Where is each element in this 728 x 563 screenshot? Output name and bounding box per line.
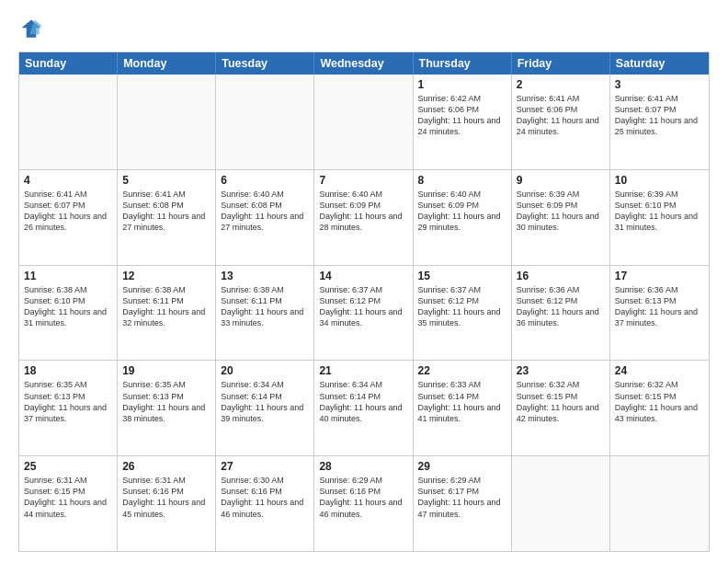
calendar-cell: 22Sunrise: 6:33 AM Sunset: 6:14 PM Dayli… (414, 361, 512, 455)
calendar-cell: 26Sunrise: 6:31 AM Sunset: 6:16 PM Dayli… (118, 456, 216, 551)
day-info: Sunrise: 6:40 AM Sunset: 6:09 PM Dayligh… (418, 189, 506, 234)
calendar-row-0: 1Sunrise: 6:42 AM Sunset: 6:06 PM Daylig… (19, 75, 709, 170)
day-number: 10 (615, 174, 704, 187)
calendar-cell (19, 75, 118, 169)
day-info: Sunrise: 6:41 AM Sunset: 6:06 PM Dayligh… (517, 93, 605, 138)
calendar-cell: 13Sunrise: 6:38 AM Sunset: 6:11 PM Dayli… (216, 266, 314, 361)
day-info: Sunrise: 6:37 AM Sunset: 6:12 PM Dayligh… (319, 284, 407, 329)
calendar-cell: 8Sunrise: 6:40 AM Sunset: 6:09 PM Daylig… (414, 170, 512, 265)
calendar-cell: 23Sunrise: 6:32 AM Sunset: 6:15 PM Dayli… (512, 361, 610, 455)
day-number: 23 (517, 364, 605, 377)
day-info: Sunrise: 6:41 AM Sunset: 6:07 PM Dayligh… (615, 93, 704, 138)
day-number: 8 (418, 174, 506, 187)
calendar-cell: 16Sunrise: 6:36 AM Sunset: 6:12 PM Dayli… (512, 266, 610, 361)
day-number: 26 (122, 460, 210, 473)
day-number: 21 (319, 364, 407, 377)
header-cell-tuesday: Tuesday (216, 52, 314, 75)
day-number: 18 (24, 364, 112, 377)
logo (18, 17, 48, 42)
calendar-header-row: SundayMondayTuesdayWednesdayThursdayFrid… (19, 52, 709, 75)
day-info: Sunrise: 6:29 AM Sunset: 6:17 PM Dayligh… (418, 475, 506, 520)
day-number: 27 (221, 460, 309, 473)
day-info: Sunrise: 6:38 AM Sunset: 6:10 PM Dayligh… (24, 284, 112, 329)
header-cell-saturday: Saturday (610, 52, 709, 75)
calendar-cell: 11Sunrise: 6:38 AM Sunset: 6:10 PM Dayli… (19, 266, 118, 361)
day-info: Sunrise: 6:33 AM Sunset: 6:14 PM Dayligh… (418, 379, 506, 424)
calendar-cell (610, 456, 709, 551)
day-number: 7 (319, 174, 407, 187)
calendar-cell: 19Sunrise: 6:35 AM Sunset: 6:13 PM Dayli… (118, 361, 216, 455)
day-number: 6 (221, 174, 309, 187)
day-number: 9 (517, 174, 605, 187)
day-info: Sunrise: 6:32 AM Sunset: 6:15 PM Dayligh… (517, 379, 605, 424)
calendar-row-4: 25Sunrise: 6:31 AM Sunset: 6:15 PM Dayli… (19, 456, 709, 551)
day-number: 13 (221, 270, 309, 282)
day-number: 14 (319, 270, 407, 282)
calendar-cell: 9Sunrise: 6:39 AM Sunset: 6:09 PM Daylig… (512, 170, 610, 265)
day-info: Sunrise: 6:31 AM Sunset: 6:16 PM Dayligh… (122, 475, 210, 520)
calendar-cell: 2Sunrise: 6:41 AM Sunset: 6:06 PM Daylig… (512, 75, 610, 169)
day-info: Sunrise: 6:42 AM Sunset: 6:06 PM Dayligh… (418, 93, 506, 138)
day-info: Sunrise: 6:32 AM Sunset: 6:15 PM Dayligh… (615, 379, 704, 424)
day-info: Sunrise: 6:41 AM Sunset: 6:07 PM Dayligh… (24, 189, 112, 234)
day-number: 16 (517, 270, 605, 282)
calendar-cell (314, 75, 413, 169)
day-info: Sunrise: 6:35 AM Sunset: 6:13 PM Dayligh… (122, 379, 210, 424)
calendar-cell (118, 75, 216, 169)
day-number: 11 (24, 270, 112, 282)
day-number: 2 (517, 78, 605, 91)
day-number: 19 (122, 364, 210, 377)
day-info: Sunrise: 6:41 AM Sunset: 6:08 PM Dayligh… (122, 189, 210, 234)
calendar-cell (512, 456, 610, 551)
header-cell-thursday: Thursday (414, 52, 512, 75)
day-info: Sunrise: 6:38 AM Sunset: 6:11 PM Dayligh… (221, 284, 309, 329)
calendar-cell: 6Sunrise: 6:40 AM Sunset: 6:08 PM Daylig… (216, 170, 314, 265)
header-cell-wednesday: Wednesday (314, 52, 413, 75)
day-number: 17 (615, 270, 704, 282)
day-number: 20 (221, 364, 309, 377)
day-info: Sunrise: 6:40 AM Sunset: 6:09 PM Dayligh… (319, 189, 407, 234)
calendar-cell: 28Sunrise: 6:29 AM Sunset: 6:16 PM Dayli… (314, 456, 413, 551)
calendar-row-1: 4Sunrise: 6:41 AM Sunset: 6:07 PM Daylig… (19, 170, 709, 266)
day-info: Sunrise: 6:38 AM Sunset: 6:11 PM Dayligh… (122, 284, 210, 329)
day-info: Sunrise: 6:29 AM Sunset: 6:16 PM Dayligh… (319, 475, 407, 520)
calendar-row-2: 11Sunrise: 6:38 AM Sunset: 6:10 PM Dayli… (19, 266, 709, 362)
day-info: Sunrise: 6:39 AM Sunset: 6:09 PM Dayligh… (517, 189, 605, 234)
calendar-row-3: 18Sunrise: 6:35 AM Sunset: 6:13 PM Dayli… (19, 361, 709, 456)
page: SundayMondayTuesdayWednesdayThursdayFrid… (0, 0, 728, 563)
header-cell-friday: Friday (512, 52, 610, 75)
day-number: 15 (418, 270, 506, 282)
calendar: SundayMondayTuesdayWednesdayThursdayFrid… (18, 52, 710, 552)
calendar-cell: 10Sunrise: 6:39 AM Sunset: 6:10 PM Dayli… (610, 170, 709, 265)
day-info: Sunrise: 6:35 AM Sunset: 6:13 PM Dayligh… (24, 379, 112, 424)
calendar-cell: 4Sunrise: 6:41 AM Sunset: 6:07 PM Daylig… (19, 170, 118, 265)
calendar-cell: 20Sunrise: 6:34 AM Sunset: 6:14 PM Dayli… (216, 361, 314, 455)
calendar-cell: 5Sunrise: 6:41 AM Sunset: 6:08 PM Daylig… (118, 170, 216, 265)
day-info: Sunrise: 6:37 AM Sunset: 6:12 PM Dayligh… (418, 284, 506, 329)
calendar-cell: 15Sunrise: 6:37 AM Sunset: 6:12 PM Dayli… (414, 266, 512, 361)
logo-icon (18, 17, 44, 42)
day-info: Sunrise: 6:30 AM Sunset: 6:16 PM Dayligh… (221, 475, 309, 520)
day-info: Sunrise: 6:39 AM Sunset: 6:10 PM Dayligh… (615, 189, 704, 234)
calendar-cell: 29Sunrise: 6:29 AM Sunset: 6:17 PM Dayli… (414, 456, 512, 551)
header-cell-sunday: Sunday (19, 52, 118, 75)
day-info: Sunrise: 6:34 AM Sunset: 6:14 PM Dayligh… (319, 379, 407, 424)
calendar-cell (216, 75, 314, 169)
calendar-cell: 7Sunrise: 6:40 AM Sunset: 6:09 PM Daylig… (314, 170, 413, 265)
calendar-cell: 1Sunrise: 6:42 AM Sunset: 6:06 PM Daylig… (414, 75, 512, 169)
day-number: 28 (319, 460, 407, 473)
calendar-cell: 21Sunrise: 6:34 AM Sunset: 6:14 PM Dayli… (314, 361, 413, 455)
day-number: 22 (418, 364, 506, 377)
day-info: Sunrise: 6:36 AM Sunset: 6:12 PM Dayligh… (517, 284, 605, 329)
day-info: Sunrise: 6:40 AM Sunset: 6:08 PM Dayligh… (221, 189, 309, 234)
day-info: Sunrise: 6:34 AM Sunset: 6:14 PM Dayligh… (221, 379, 309, 424)
calendar-cell: 14Sunrise: 6:37 AM Sunset: 6:12 PM Dayli… (314, 266, 413, 361)
calendar-cell: 27Sunrise: 6:30 AM Sunset: 6:16 PM Dayli… (216, 456, 314, 551)
day-number: 12 (122, 270, 210, 282)
day-number: 24 (615, 364, 704, 377)
calendar-cell: 25Sunrise: 6:31 AM Sunset: 6:15 PM Dayli… (19, 456, 118, 551)
calendar-cell: 17Sunrise: 6:36 AM Sunset: 6:13 PM Dayli… (610, 266, 709, 361)
calendar-cell: 3Sunrise: 6:41 AM Sunset: 6:07 PM Daylig… (610, 75, 709, 169)
day-number: 3 (615, 78, 704, 91)
day-number: 29 (418, 460, 506, 473)
